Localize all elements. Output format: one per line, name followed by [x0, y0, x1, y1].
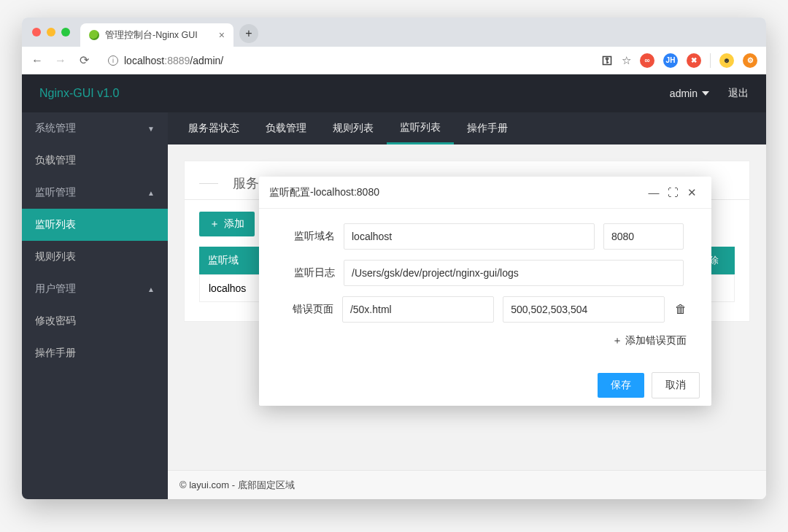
form-row-domain: 监听域名 [284, 223, 687, 250]
modal-body: 监听域名 监听日志 错误页面 🗑 ＋ 添加错误页面 [259, 209, 711, 365]
content-tabs: 服务器状态 负载管理 规则列表 监听列表 操作手册 [168, 112, 766, 144]
extension-icon[interactable]: ☻ [719, 53, 734, 68]
sidebar-item-rule-list[interactable]: 规则列表 [22, 241, 168, 273]
url-text: localhost:8889/admin/ [124, 55, 223, 66]
chevron-down-icon [702, 91, 709, 96]
footer-text: © layui.com - 底部固定区域 [179, 479, 295, 492]
sidebar-item-listen-mgmt[interactable]: 监听管理 ▲ [22, 177, 168, 209]
new-tab-button[interactable]: + [239, 24, 258, 43]
toolbar-right: ⚿ ☆ ∞ JH ✖ ☻ ⚙ [602, 53, 757, 68]
cell-value: localhos [209, 282, 246, 294]
save-button[interactable]: 保存 [598, 373, 644, 398]
window-controls [28, 28, 74, 36]
sidebar-item-label: 操作手册 [35, 347, 76, 360]
tab-label: 操作手册 [467, 122, 508, 135]
nav-back-icon[interactable]: ← [31, 54, 44, 67]
username-label: admin [670, 88, 698, 99]
error-codes-input[interactable] [503, 296, 665, 323]
column-header: 监听域 [208, 254, 239, 267]
tab-label: 服务器状态 [188, 122, 239, 135]
form-row-logs: 监听日志 [284, 260, 687, 286]
domain-input[interactable] [344, 223, 595, 250]
modal-footer: 保存 取消 [259, 365, 711, 406]
browser-window: 管理控制台-Nginx GUI × + ← → ⟳ i localhost:88… [22, 18, 766, 499]
divider [199, 183, 218, 184]
maximize-icon[interactable]: ⛶ [663, 186, 682, 198]
browser-toolbar: ← → ⟳ i localhost:8889/admin/ ⚿ ☆ ∞ JH ✖… [22, 47, 766, 74]
user-menu[interactable]: admin [670, 88, 709, 99]
close-icon[interactable]: ✕ [682, 186, 701, 199]
maximize-window-icon[interactable] [61, 28, 70, 36]
chevron-up-icon: ▲ [147, 189, 155, 197]
close-window-icon[interactable] [32, 28, 41, 36]
tab-server-status[interactable]: 服务器状态 [175, 112, 252, 144]
sidebar-item-change-password[interactable]: 修改密码 [22, 305, 168, 337]
error-path-input[interactable] [342, 296, 494, 323]
minimize-window-icon[interactable] [47, 28, 55, 36]
tab-manual[interactable]: 操作手册 [454, 112, 521, 144]
tab-title: 管理控制台-Nginx GUI [105, 29, 198, 42]
logout-link[interactable]: 退出 [728, 87, 749, 100]
add-error-page-row: ＋ 添加错误页面 [284, 333, 687, 359]
sidebar-item-label: 系统管理 [35, 122, 76, 135]
add-listen-button[interactable]: ＋ 添加 [199, 212, 255, 236]
sidebar: 系统管理 ▼ 负载管理 监听管理 ▲ 监听列表 规则列表 用户管理 [22, 112, 168, 499]
sidebar-item-label: 规则列表 [35, 250, 76, 263]
nav-reload-icon[interactable]: ⟳ [77, 53, 90, 67]
panel-title: 服务 [233, 174, 259, 192]
port-input[interactable] [603, 223, 684, 250]
sidebar-item-system-mgmt[interactable]: 系统管理 ▼ [22, 112, 168, 144]
button-label: 添加 [224, 217, 244, 231]
form-row-error-page: 错误页面 🗑 [284, 296, 687, 323]
password-key-icon[interactable]: ⚿ [602, 54, 613, 66]
extension-icon[interactable]: ∞ [640, 53, 654, 68]
modal-title: 监听配置-localhost:8080 [269, 186, 379, 199]
button-label: 添加错误页面 [625, 334, 687, 346]
footer: © layui.com - 底部固定区域 [168, 470, 766, 499]
tab-listen-list[interactable]: 监听列表 [387, 112, 454, 144]
cancel-button[interactable]: 取消 [652, 372, 700, 398]
browser-tab[interactable]: 管理控制台-Nginx GUI × [80, 23, 233, 47]
plus-icon: ＋ [209, 217, 220, 231]
minimize-icon[interactable]: — [644, 186, 663, 198]
listen-config-modal: 监听配置-localhost:8080 — ⛶ ✕ 监听域名 监听日志 错误页面… [259, 177, 711, 406]
app-brand: Nginx-GUI v1.0 [39, 87, 119, 100]
logs-input[interactable] [344, 260, 684, 286]
sidebar-item-label: 用户管理 [35, 282, 76, 296]
tab-label: 负载管理 [266, 122, 306, 135]
address-bar[interactable]: i localhost:8889/admin/ [101, 50, 592, 71]
sidebar-item-load-mgmt[interactable]: 负载管理 [22, 144, 168, 177]
trash-icon[interactable]: 🗑 [675, 303, 687, 316]
separator [710, 53, 711, 68]
bookmark-star-icon[interactable]: ☆ [622, 54, 631, 67]
tab-label: 规则列表 [333, 122, 374, 135]
add-error-page-button[interactable]: ＋ 添加错误页面 [612, 334, 687, 346]
extension-icon[interactable]: JH [663, 53, 678, 68]
extension-icon[interactable]: ⚙ [743, 53, 757, 68]
browser-tab-bar: 管理控制台-Nginx GUI × + [22, 18, 766, 47]
tab-close-icon[interactable]: × [219, 29, 225, 41]
tab-rule-list[interactable]: 规则列表 [320, 112, 387, 144]
sidebar-item-user-mgmt[interactable]: 用户管理 ▲ [22, 273, 168, 305]
sidebar-item-label: 监听管理 [35, 186, 76, 199]
field-label: 监听日志 [284, 266, 335, 280]
chevron-up-icon: ▲ [147, 285, 155, 293]
tab-favicon-icon [89, 30, 99, 40]
field-label: 监听域名 [284, 230, 335, 243]
sidebar-item-label: 负载管理 [35, 154, 76, 167]
tab-load-mgmt[interactable]: 负载管理 [252, 112, 320, 144]
modal-header: 监听配置-localhost:8080 — ⛶ ✕ [259, 177, 711, 209]
app-header: Nginx-GUI v1.0 admin 退出 [22, 74, 766, 112]
tab-label: 监听列表 [400, 121, 441, 134]
sidebar-item-label: 修改密码 [35, 315, 76, 328]
extension-icon[interactable]: ✖ [687, 53, 701, 68]
nav-forward-icon[interactable]: → [54, 54, 67, 67]
sidebar-item-manual[interactable]: 操作手册 [22, 337, 168, 369]
site-info-icon[interactable]: i [108, 55, 118, 66]
sidebar-item-label: 监听列表 [35, 218, 76, 231]
field-label: 错误页面 [284, 303, 333, 316]
sidebar-item-listen-list[interactable]: 监听列表 [22, 209, 168, 241]
chevron-down-icon: ▼ [147, 125, 155, 133]
